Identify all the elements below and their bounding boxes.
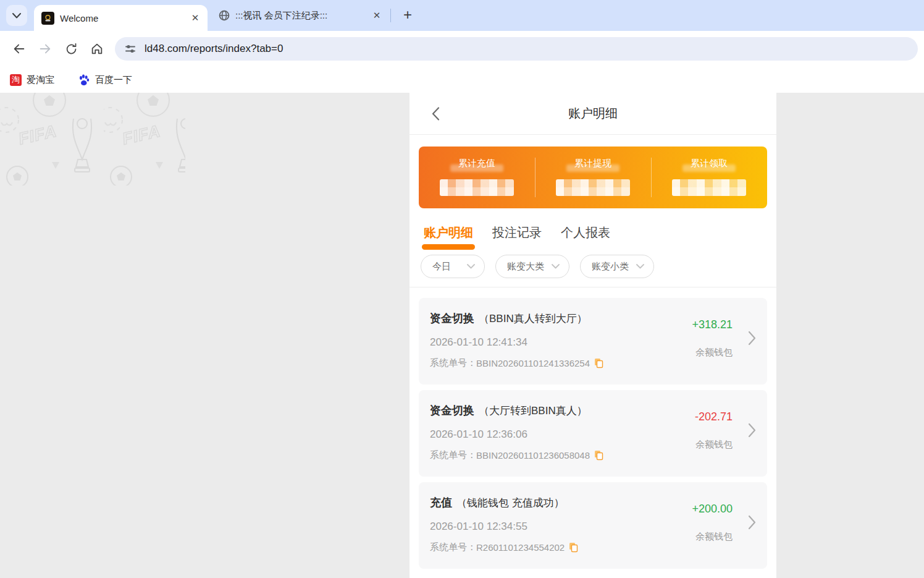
summary-divider bbox=[535, 158, 536, 197]
chevron-down-icon bbox=[467, 264, 475, 269]
chevron-left-icon bbox=[432, 107, 440, 121]
tab-close-button[interactable]: ✕ bbox=[371, 9, 383, 22]
transaction-card[interactable]: 资金切换 （BBIN真人转到大厅） 2026-01-10 12:41:34 系统… bbox=[419, 298, 767, 385]
blurred-amount bbox=[440, 179, 514, 196]
globe-icon bbox=[219, 10, 230, 21]
filter-label: 账变小类 bbox=[592, 261, 629, 273]
summary-divider bbox=[651, 158, 652, 197]
txn-type: 资金切换 bbox=[430, 311, 474, 326]
site-favicon bbox=[41, 12, 54, 25]
reload-button[interactable] bbox=[58, 36, 84, 62]
tab-title: :::视讯 会员下注纪录::: bbox=[235, 10, 365, 22]
bookmark-label: 爱淘宝 bbox=[27, 74, 54, 86]
txn-wallet: 余额钱包 bbox=[695, 439, 733, 451]
arrow-left-icon bbox=[12, 42, 26, 56]
summary-card: 累计充值 累计提现 累计领取 bbox=[419, 147, 767, 208]
summary-total-deposit: 累计充值 bbox=[419, 158, 535, 208]
copy-icon[interactable] bbox=[569, 542, 578, 553]
chevron-down-icon bbox=[12, 13, 21, 19]
reload-icon bbox=[65, 43, 78, 56]
tab-personal-report[interactable]: 个人报表 bbox=[561, 224, 610, 255]
fifa-watermark-pattern: FIFA bbox=[0, 93, 185, 185]
tab-bet-records[interactable]: 投注记录 bbox=[492, 224, 542, 255]
browser-toolbar: ld48.com/reports/index?tab=0 bbox=[0, 31, 924, 67]
transaction-list: 资金切换 （BBIN真人转到大厅） 2026-01-10 12:41:34 系统… bbox=[410, 287, 776, 569]
new-tab-button[interactable]: + bbox=[398, 6, 417, 25]
transaction-card[interactable]: 资金切换 （大厅转到BBIN真人） 2026-01-10 12:36:06 系统… bbox=[419, 390, 767, 477]
blur-smudge bbox=[566, 164, 620, 172]
txn-amount: +200.00 bbox=[692, 503, 733, 516]
home-button[interactable] bbox=[84, 36, 110, 62]
chevron-down-icon bbox=[552, 264, 560, 269]
bookmark-label: 百度一下 bbox=[95, 74, 132, 86]
url-text: ld48.com/reports/index?tab=0 bbox=[145, 43, 283, 55]
page-content: FIFA bbox=[0, 93, 924, 578]
order-label: 系统单号： bbox=[430, 357, 476, 369]
panel-header: 账户明细 bbox=[410, 93, 776, 135]
txn-detail: （钱能钱包 充值成功） bbox=[456, 496, 565, 510]
home-icon bbox=[90, 42, 104, 56]
order-number: BBIN202601101236058048 bbox=[476, 450, 590, 461]
tab-account-detail[interactable]: 账户明细 bbox=[424, 224, 473, 255]
bookmark-taobao[interactable]: 淘 爱淘宝 bbox=[10, 74, 54, 86]
page-back-button[interactable] bbox=[428, 106, 443, 121]
chevron-right-icon[interactable] bbox=[748, 515, 756, 530]
filter-major-category-dropdown[interactable]: 账变大类 bbox=[495, 255, 569, 278]
order-number: R2601101234554202 bbox=[476, 542, 565, 553]
tab-divider bbox=[390, 9, 391, 22]
filter-label: 今日 bbox=[432, 261, 451, 273]
summary-total-claim: 累计领取 bbox=[651, 158, 767, 208]
txn-amount: -202.71 bbox=[695, 410, 733, 423]
browser-tab-records[interactable]: :::视讯 会员下注纪录::: ✕ bbox=[211, 2, 389, 28]
chevron-down-icon bbox=[636, 264, 644, 269]
filter-minor-category-dropdown[interactable]: 账变小类 bbox=[580, 255, 654, 278]
filters-row: 今日 账变大类 账变小类 bbox=[410, 255, 776, 287]
order-label: 系统单号： bbox=[430, 449, 476, 461]
bookmarks-bar: 淘 爱淘宝 百度一下 bbox=[0, 67, 924, 93]
order-label: 系统单号： bbox=[430, 542, 476, 553]
browser-tab-strip: Welcome ✕ :::视讯 会员下注纪录::: ✕ + bbox=[0, 0, 924, 31]
report-tabs: 账户明细 投注记录 个人报表 bbox=[410, 208, 776, 255]
order-number: BBIN202601101241336254 bbox=[476, 358, 590, 368]
txn-detail: （BBIN真人转到大厅） bbox=[479, 312, 587, 326]
address-bar[interactable]: ld48.com/reports/index?tab=0 bbox=[115, 37, 918, 61]
baidu-paw-icon bbox=[78, 74, 90, 86]
blurred-amount bbox=[556, 179, 630, 196]
txn-detail: （大厅转到BBIN真人） bbox=[479, 404, 587, 418]
browser-tab-welcome[interactable]: Welcome ✕ bbox=[34, 5, 208, 31]
filter-label: 账变大类 bbox=[507, 261, 544, 273]
chevron-right-icon[interactable] bbox=[748, 331, 756, 346]
txn-wallet: 余额钱包 bbox=[692, 347, 733, 359]
site-info-icon[interactable] bbox=[125, 43, 136, 54]
blur-smudge bbox=[450, 164, 503, 172]
account-detail-panel: 账户明细 累计充值 累计提现 累计领取 账户明细 投注记录 bbox=[410, 93, 776, 578]
copy-icon[interactable] bbox=[594, 450, 603, 461]
tab-close-button[interactable]: ✕ bbox=[189, 12, 201, 24]
summary-total-withdraw: 累计提现 bbox=[535, 158, 651, 208]
chevron-right-icon[interactable] bbox=[748, 423, 756, 438]
txn-type: 充值 bbox=[430, 495, 452, 510]
tab-title: Welcome bbox=[60, 13, 183, 23]
tab-search-button[interactable] bbox=[6, 5, 27, 26]
bookmark-baidu[interactable]: 百度一下 bbox=[78, 74, 132, 86]
arrow-right-icon bbox=[38, 42, 52, 56]
txn-amount: +318.21 bbox=[692, 318, 733, 331]
txn-type: 资金切换 bbox=[430, 403, 474, 418]
txn-wallet: 余额钱包 bbox=[692, 531, 733, 543]
filter-date-dropdown[interactable]: 今日 bbox=[421, 255, 485, 278]
forward-button[interactable] bbox=[32, 36, 58, 62]
page-title: 账户明细 bbox=[568, 105, 618, 122]
blurred-amount bbox=[672, 179, 746, 196]
transaction-card[interactable]: 充值 （钱能钱包 充值成功） 2026-01-10 12:34:55 系统单号：… bbox=[419, 482, 767, 569]
taobao-icon: 淘 bbox=[10, 74, 22, 86]
back-button[interactable] bbox=[6, 36, 32, 62]
blur-smudge bbox=[682, 164, 736, 172]
copy-icon[interactable] bbox=[594, 358, 603, 368]
